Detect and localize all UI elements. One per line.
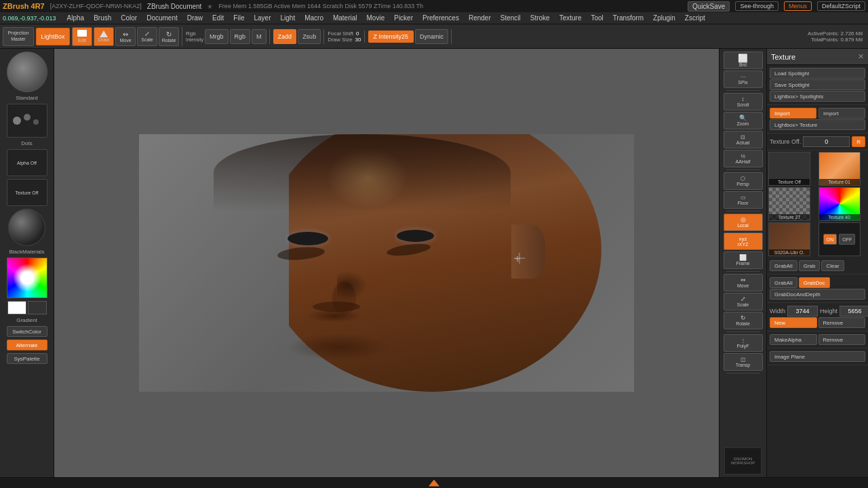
menus-btn[interactable]: Menus bbox=[784, 1, 812, 11]
grabdoc-btn[interactable]: GrabDoc bbox=[799, 277, 830, 288]
intensity-slider[interactable]: Z Intensity 25 bbox=[368, 30, 414, 43]
graball2-btn[interactable]: GrabAll bbox=[770, 277, 797, 288]
zoom-btn[interactable]: 🔍 Zoom bbox=[724, 112, 763, 129]
menu-edit[interactable]: Edit bbox=[208, 14, 228, 22]
texture-off-thumb[interactable]: Texture Off bbox=[768, 152, 810, 186]
color-picker[interactable] bbox=[7, 258, 47, 298]
menu-stroke[interactable]: Stroke bbox=[526, 14, 554, 22]
quicksave-btn[interactable]: QuickSave bbox=[688, 1, 730, 12]
menu-light[interactable]: Light bbox=[276, 14, 299, 22]
frame-btn[interactable]: ⬜ Frame bbox=[724, 251, 763, 269]
menu-file[interactable]: File bbox=[229, 14, 248, 22]
lightbox-spotlights-btn[interactable]: Lightbox> Spotlights bbox=[770, 91, 865, 102]
save-spotlight-btn[interactable]: Save Spotlight bbox=[770, 79, 865, 90]
script-btn[interactable]: DefaultZScript bbox=[817, 1, 865, 11]
move-btn[interactable]: ⇔ Move bbox=[115, 27, 136, 46]
canvas-area[interactable] bbox=[54, 59, 719, 467]
menu-material[interactable]: Material bbox=[329, 14, 361, 22]
texture-01-thumb[interactable]: Texture 01 bbox=[818, 152, 861, 186]
syspalette-btn[interactable]: SysPalette bbox=[7, 353, 47, 364]
viewport[interactable] bbox=[54, 49, 719, 477]
rotate-nav-btn[interactable]: ↻ Rotate bbox=[724, 312, 763, 329]
scale-nav-btn[interactable]: ⤢ Scale bbox=[724, 293, 763, 310]
menu-zplugin[interactable]: Zplugin bbox=[649, 14, 679, 22]
move-nav-btn[interactable]: ⇔ Move bbox=[724, 274, 763, 291]
menu-picker[interactable]: Picker bbox=[390, 14, 417, 22]
graball-btn[interactable]: GrabAll bbox=[770, 260, 797, 271]
local-btn[interactable]: ◎ Local bbox=[724, 214, 763, 231]
aahalf-btn[interactable]: ½ AAHalf bbox=[724, 150, 763, 167]
edit-btn[interactable]: Edit bbox=[72, 27, 92, 46]
texture-off-value-display[interactable]: 0 bbox=[803, 136, 850, 147]
alternate-btn[interactable]: Alternate bbox=[7, 340, 47, 350]
width-value[interactable]: 3744 bbox=[787, 306, 818, 317]
seethrough-btn[interactable]: See-through bbox=[735, 1, 778, 11]
scale-btn[interactable]: ⤢ Scale bbox=[137, 27, 157, 46]
r-btn[interactable]: R bbox=[852, 136, 865, 147]
on-off-thumb[interactable]: ON OFF bbox=[818, 222, 861, 256]
lightbox-texture-btn[interactable]: Lightbox> Texture bbox=[770, 119, 865, 130]
menu-color[interactable]: Color bbox=[117, 14, 141, 22]
brush-preview[interactable] bbox=[7, 52, 47, 92]
menu-tool[interactable]: Tool bbox=[587, 14, 607, 22]
face-canvas[interactable] bbox=[139, 134, 634, 392]
menu-alpha[interactable]: Alpha bbox=[63, 14, 89, 22]
off-btn[interactable]: OFF bbox=[839, 234, 855, 245]
on-btn[interactable]: ON bbox=[823, 234, 837, 245]
foreground-swatch[interactable] bbox=[7, 301, 26, 314]
height-value[interactable]: 5656 bbox=[840, 306, 868, 317]
texture-off-btn[interactable]: Texture Off bbox=[7, 179, 47, 206]
load-spotlight-btn[interactable]: Load Spotlight bbox=[770, 68, 865, 79]
mrgb-btn[interactable]: Mrgb bbox=[205, 29, 229, 44]
menu-preferences[interactable]: Preferences bbox=[418, 14, 463, 22]
zadd-btn[interactable]: Zadd bbox=[273, 29, 297, 44]
material-sphere[interactable] bbox=[8, 209, 45, 246]
m-btn[interactable]: M bbox=[252, 29, 267, 44]
menu-stencil[interactable]: Stencil bbox=[496, 14, 525, 22]
rxyz-btn[interactable]: xyz rXYZ bbox=[724, 232, 763, 250]
new-btn[interactable]: New bbox=[770, 317, 817, 328]
zsub-btn[interactable]: Zsub bbox=[298, 29, 321, 44]
menu-texture[interactable]: Texture bbox=[555, 14, 586, 22]
import-btn2[interactable]: Import bbox=[818, 108, 865, 119]
import-btn[interactable]: Import bbox=[770, 108, 816, 119]
persp-btn[interactable]: ⬡ Persp bbox=[724, 172, 763, 190]
remove2-btn[interactable]: Remove bbox=[818, 334, 866, 345]
brd-btn[interactable]: ⬜ Brd bbox=[724, 52, 763, 69]
texture-27-thumb[interactable]: Texture 27 bbox=[768, 187, 810, 221]
spix-btn[interactable]: ⋯ SPix bbox=[724, 70, 763, 88]
menu-layer[interactable]: Layer bbox=[250, 14, 275, 22]
dots-brush-preview[interactable] bbox=[7, 104, 47, 138]
transp-btn[interactable]: ◫ Transp bbox=[724, 353, 763, 371]
rotate-btn[interactable]: ↻ Rotate bbox=[159, 27, 179, 46]
menu-macro[interactable]: Macro bbox=[300, 14, 328, 22]
switchcolor-btn[interactable]: SwitchColor bbox=[7, 326, 47, 337]
scroll-btn[interactable]: ↕ Scroll bbox=[724, 93, 763, 110]
menu-document[interactable]: Document bbox=[142, 14, 182, 22]
lightbox-btn[interactable]: LightBox bbox=[36, 28, 70, 45]
menu-zscript[interactable]: Zscript bbox=[681, 14, 709, 22]
alpha-off-btn[interactable]: Alpha Off bbox=[7, 149, 47, 176]
dynamic-btn[interactable]: Dynamic bbox=[415, 29, 448, 44]
menu-movie[interactable]: Movie bbox=[363, 14, 389, 22]
menu-render[interactable]: Render bbox=[465, 14, 495, 22]
projection-master-btn[interactable]: ProjectionMaster bbox=[3, 27, 34, 46]
grabdoc-and-depth-btn[interactable]: GrabDocAndDepth bbox=[770, 289, 865, 300]
makealpha-btn[interactable]: MakeAlpha bbox=[770, 334, 817, 345]
background-swatch[interactable] bbox=[28, 301, 47, 314]
grab-btn[interactable]: Grab bbox=[799, 260, 821, 271]
image-plane-btn[interactable]: Image Plane bbox=[770, 351, 865, 362]
rgb-btn[interactable]: Rgb bbox=[230, 29, 251, 44]
menu-draw[interactable]: Draw bbox=[183, 14, 207, 22]
texture-40-thumb[interactable]: Texture 40 bbox=[818, 187, 861, 221]
draw-btn[interactable]: Draw bbox=[94, 27, 114, 46]
menu-brush[interactable]: Brush bbox=[90, 14, 115, 22]
polyf-btn[interactable]: ⋮ PolyF bbox=[724, 334, 763, 352]
texture-close-icon[interactable]: ✕ bbox=[858, 52, 864, 61]
s020a-thumb[interactable]: S020A-Libr O. bbox=[768, 222, 810, 256]
floor-btn[interactable]: ▭ Floor bbox=[724, 191, 763, 209]
remove-btn[interactable]: Remove bbox=[818, 317, 866, 328]
menu-transform[interactable]: Transform bbox=[609, 14, 648, 22]
clear-btn[interactable]: Clear bbox=[821, 260, 844, 271]
actual-btn[interactable]: ⊡ Actual bbox=[724, 131, 763, 148]
